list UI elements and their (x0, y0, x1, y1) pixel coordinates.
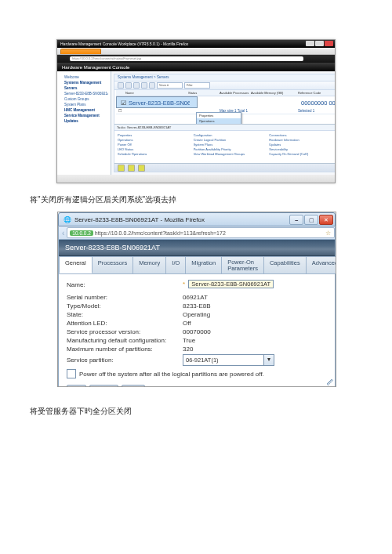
col-proc: Available Processors (218, 90, 249, 96)
col-mem: Available Memory (GB) (249, 90, 296, 96)
toolbar-button[interactable] (118, 82, 124, 89)
cell-proc (221, 97, 252, 107)
hmc-sidebar: Welcome Systems Management Servers Serve… (57, 71, 111, 175)
row-checkbox-icon[interactable]: ☐ (116, 108, 124, 114)
cancel-button[interactable]: Cancel (89, 385, 118, 387)
serial-value: 06921AT (183, 294, 327, 301)
tabs: General Processors Memory I/O Migration … (59, 256, 335, 274)
cell-name (124, 108, 187, 114)
cell-ref: 00000000 00000000 (299, 97, 336, 107)
toolbar-button[interactable] (133, 82, 140, 89)
sidebar-item-updates[interactable]: Updates (60, 118, 108, 124)
hmc-main: Systems Management > Servers Views ▾ Fil… (114, 74, 336, 172)
tab-poweron[interactable]: Power-On Parameters (221, 256, 264, 273)
maximize-icon[interactable] (315, 41, 324, 46)
menu-item-operations[interactable]: Operations (197, 118, 241, 124)
toolbar-button[interactable] (149, 82, 155, 89)
toolbar-button[interactable] (125, 82, 132, 89)
svc-select-wrap: 06-921AT(1) ▾ (183, 354, 327, 366)
table-row[interactable]: ☑ Server-8233-E8B-SN06921AT 00000000 000… (116, 96, 198, 108)
poweroff-checkbox[interactable] (67, 369, 76, 378)
required-icon: * (183, 281, 185, 288)
help-button[interactable]: Help (122, 385, 144, 387)
sidebar-item-custom-groups[interactable]: Custom Groups (60, 96, 108, 102)
service-partition-select[interactable]: 06-921AT(1) (183, 354, 264, 366)
sidebar-item-service-management[interactable]: Service Management (60, 113, 108, 118)
task-link[interactable]: Capacity On Demand (CoD) (269, 151, 336, 156)
mdc-label: Manufacturing default configuration: (67, 337, 183, 344)
state-value: Operating (183, 311, 327, 318)
task-pane: Tasks: Server-8233-E8B-SN06921AT Propert… (114, 124, 336, 162)
cell-mem (249, 108, 296, 114)
status-icon[interactable] (118, 165, 125, 172)
tab-io[interactable]: I/O (165, 256, 186, 273)
caption-text: 将受管服务器下旳全分区关闭 (30, 406, 362, 417)
url-input[interactable]: https://10.0.0.2/hmc/connects/mainuiFram… (70, 56, 303, 61)
sidebar-item-hmc-management[interactable]: HMC Management (60, 107, 108, 113)
screenshot-hmc-main: Hardware Management Console Workplace (V… (56, 39, 336, 183)
dropdown-menu-icon[interactable]: ▾ (264, 354, 274, 366)
window-title: Hardware Management Console Workplace (V… (60, 40, 188, 48)
status-icon[interactable] (138, 165, 145, 172)
led-label: Attention LED: (67, 320, 183, 327)
name-label: Name: (67, 281, 183, 288)
poweroff-checkbox-label: Power off the system after all the logic… (79, 371, 264, 378)
cell-status (190, 97, 221, 107)
back-icon[interactable]: ‹ (62, 229, 64, 237)
views-select[interactable]: Views ▾ (157, 82, 183, 89)
maxp-value: 320 (183, 346, 327, 353)
row-checkbox-icon[interactable]: ☑ (119, 97, 127, 107)
filter-input[interactable]: Filter (184, 82, 210, 89)
serial-label: Serial number: (67, 294, 183, 301)
browser-tabstrip (57, 48, 335, 55)
cell-mem (252, 97, 299, 107)
model-value: 8233-E8B (183, 302, 327, 310)
menu-item-properties[interactable]: Properties (197, 113, 241, 118)
toolbar-button[interactable] (141, 82, 147, 89)
table-header: Name Status Available Processors Availab… (116, 90, 336, 96)
tab-migration[interactable]: Migration (185, 256, 222, 273)
task-link[interactable]: Schedule Operations (118, 151, 189, 156)
tab-processors[interactable]: Processors (92, 256, 134, 273)
bookmark-icon[interactable]: ☆ (324, 230, 332, 237)
hmc-toolbar: Views ▾ Filter (114, 81, 336, 90)
cell-ref: Selected 1 (296, 108, 336, 114)
browser-tab[interactable] (60, 49, 101, 54)
sidebar-item-servers[interactable]: Servers (60, 85, 108, 91)
svc-label: Service partition: (67, 357, 183, 364)
browser-urlbar: ‹ 10.0.0.2 https://10.0.0.2/hmc/content?… (58, 226, 336, 240)
firefox-icon: 🌐 (64, 216, 71, 223)
tab-general[interactable]: General (59, 256, 93, 273)
dialog-title: Server-8233-E8B-SN06921AT - Mozilla Fire… (74, 216, 205, 223)
col-status: Status (187, 90, 218, 96)
general-tab-content: Name: * Server-8233-E8B-SN06921AT Serial… (59, 274, 335, 387)
close-icon[interactable] (325, 41, 333, 46)
url-input[interactable]: 10.0.0.2 https://10.0.0.2/hmc/content?ta… (67, 227, 335, 238)
ok-button[interactable]: OK (67, 385, 86, 387)
task-header: Tasks: Server-8233-E8B-SN06921AT (114, 125, 336, 131)
tab-capabilities[interactable]: Capabilities (263, 256, 307, 273)
sidebar-item-server[interactable]: Server-8233-E8B-SN06921AT (60, 91, 108, 96)
minimize-icon[interactable] (306, 41, 314, 46)
col-name: Name (124, 90, 187, 96)
minimize-icon[interactable]: ‒ (289, 215, 303, 225)
sidebar-item-welcome[interactable]: Welcome (60, 74, 108, 80)
sidebar-item-systems-management[interactable]: Systems Management (60, 80, 108, 85)
name-input[interactable]: Server-8233-E8B-SN06921AT (188, 280, 274, 288)
screenshot-properties-dialog: 🌐 Server-8233-E8B-SN06921AT - Mozilla Fi… (57, 212, 336, 387)
status-icon[interactable] (128, 165, 135, 172)
sidebar-item-system-plans[interactable]: System Plans (60, 102, 108, 107)
tab-advanced[interactable]: Advanced (306, 256, 336, 273)
maximize-icon[interactable]: ▢ (304, 215, 318, 225)
dialog-titlebar: 🌐 Server-8233-E8B-SN06921AT - Mozilla Fi… (58, 212, 336, 226)
close-icon[interactable]: ✕ (319, 215, 333, 225)
model-label: Type/Model: (67, 302, 183, 310)
resize-grip-icon[interactable] (327, 379, 333, 386)
col-ref: Reference Code (296, 90, 336, 96)
hmc-body: Welcome Systems Management Servers Serve… (57, 71, 335, 175)
tab-memory[interactable]: Memory (132, 256, 166, 273)
browser-toolbar: https://10.0.0.2/hmc/connects/mainuiFram… (57, 55, 335, 63)
window-controls (306, 41, 333, 46)
caption-text: 将"关闭所有逻辑分区后关闭系统"选项去掉 (30, 194, 362, 205)
task-link[interactable]: View Workload Management Groups (194, 151, 265, 156)
